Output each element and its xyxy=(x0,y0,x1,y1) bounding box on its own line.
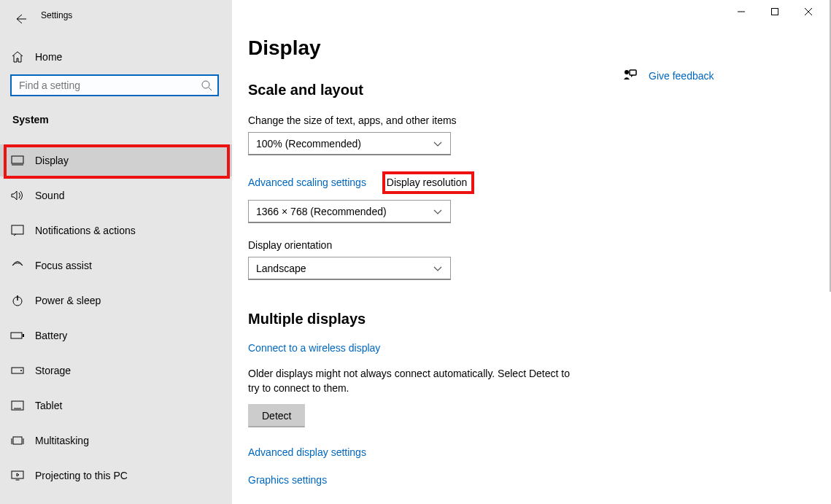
notifications-icon xyxy=(10,223,25,238)
window-controls xyxy=(724,0,825,23)
sidebar-item-label: Tablet xyxy=(35,400,62,411)
give-feedback-link[interactable]: Give feedback xyxy=(622,68,714,84)
chevron-down-icon xyxy=(433,265,443,272)
sound-icon xyxy=(10,188,25,203)
sidebar-item-label: Power & sleep xyxy=(35,295,101,306)
sidebar-item-label: Sound xyxy=(35,190,64,201)
back-button[interactable] xyxy=(12,10,29,28)
sidebar-item-battery[interactable]: Battery xyxy=(0,319,232,352)
search-input[interactable] xyxy=(12,80,196,91)
display-icon xyxy=(10,153,25,168)
scale-select[interactable]: 100% (Recommended) xyxy=(248,132,451,155)
orientation-label: Display orientation xyxy=(248,239,825,251)
svg-rect-4 xyxy=(11,333,22,338)
sidebar-nav: Display Sound Notifications & actions Fo… xyxy=(0,144,232,492)
sidebar-item-storage[interactable]: Storage xyxy=(0,354,232,387)
svg-rect-2 xyxy=(12,225,23,234)
detect-text: Older displays might not always connect … xyxy=(248,367,576,395)
highlight-resolution-label: Display resolution xyxy=(382,171,475,194)
sidebar-item-label: Multitasking xyxy=(35,435,89,446)
multitasking-icon xyxy=(10,433,25,448)
orientation-select[interactable]: Landscape xyxy=(248,257,451,280)
resolution-value: 1366 × 768 (Recommended) xyxy=(256,206,387,217)
sidebar-item-label: Notifications & actions xyxy=(35,225,136,236)
svg-rect-9 xyxy=(13,437,22,444)
resolution-select[interactable]: 1366 × 768 (Recommended) xyxy=(248,200,451,223)
scale-label: Change the size of text, apps, and other… xyxy=(248,115,825,126)
maximize-button[interactable] xyxy=(758,0,792,23)
sidebar-item-notifications[interactable]: Notifications & actions xyxy=(0,214,232,247)
sidebar-item-multitasking[interactable]: Multitasking xyxy=(0,424,232,457)
sidebar-item-projecting[interactable]: Projecting to this PC xyxy=(0,460,232,492)
search-box[interactable] xyxy=(10,74,219,96)
search-icon xyxy=(196,74,217,96)
sidebar-item-label: Storage xyxy=(35,365,71,376)
resolution-label: Display resolution xyxy=(387,177,468,188)
orientation-value: Landscape xyxy=(256,263,306,274)
graphics-settings-link[interactable]: Graphics settings xyxy=(248,474,327,486)
focus-icon xyxy=(10,258,25,273)
sidebar-home[interactable]: Home xyxy=(10,42,62,71)
sidebar-item-label: Projecting to this PC xyxy=(35,470,128,481)
svg-point-12 xyxy=(625,70,629,74)
sidebar-item-power[interactable]: Power & sleep xyxy=(0,284,232,317)
close-button[interactable] xyxy=(792,0,825,23)
svg-point-7 xyxy=(20,370,22,371)
sidebar-home-label: Home xyxy=(35,51,62,63)
svg-rect-5 xyxy=(23,334,24,337)
feedback-label: Give feedback xyxy=(649,70,714,82)
sidebar: Settings Home System Display Sound Notif… xyxy=(0,0,232,504)
sidebar-item-label: Display xyxy=(35,155,69,166)
page-title: Display xyxy=(248,36,825,60)
scale-value: 100% (Recommended) xyxy=(256,138,361,150)
home-icon xyxy=(10,50,25,64)
power-icon xyxy=(10,293,25,308)
sidebar-item-display[interactable]: Display xyxy=(0,144,232,177)
detect-button[interactable]: Detect xyxy=(248,404,305,427)
scrollbar[interactable] xyxy=(825,0,831,504)
sidebar-item-label: Battery xyxy=(35,330,67,341)
svg-point-0 xyxy=(202,81,209,88)
sidebar-category: System xyxy=(12,114,49,125)
svg-rect-1 xyxy=(12,156,23,163)
chevron-down-icon xyxy=(433,140,443,147)
tablet-icon xyxy=(10,398,25,413)
feedback-icon xyxy=(622,68,638,84)
connect-wireless-link[interactable]: Connect to a wireless display xyxy=(248,342,380,354)
storage-icon xyxy=(10,363,25,378)
svg-rect-13 xyxy=(630,70,636,75)
sidebar-item-sound[interactable]: Sound xyxy=(0,179,232,212)
sidebar-item-focus[interactable]: Focus assist xyxy=(0,249,232,282)
window-title: Settings xyxy=(41,10,72,20)
main-content: Display Scale and layout Change the size… xyxy=(232,0,825,504)
advanced-display-link[interactable]: Advanced display settings xyxy=(248,446,366,458)
section-multiple: Multiple displays xyxy=(248,311,825,327)
svg-rect-11 xyxy=(772,9,778,15)
sidebar-item-tablet[interactable]: Tablet xyxy=(0,389,232,422)
projecting-icon xyxy=(10,468,25,483)
svg-rect-10 xyxy=(12,471,23,478)
sidebar-item-label: Focus assist xyxy=(35,260,92,271)
advanced-scaling-link[interactable]: Advanced scaling settings xyxy=(248,177,366,188)
minimize-button[interactable] xyxy=(724,0,758,23)
battery-icon xyxy=(10,328,25,343)
section-scale: Scale and layout xyxy=(248,82,825,98)
chevron-down-icon xyxy=(433,208,443,215)
